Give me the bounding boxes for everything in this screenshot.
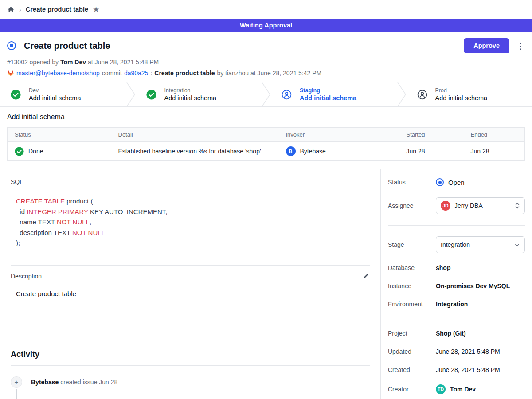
project-label: Project (388, 330, 436, 337)
stage-separator (261, 82, 271, 106)
col-header-detail: Detail (111, 128, 279, 142)
created-value: June 28, 2021 5:48 PM (436, 366, 500, 373)
activity-actor: Bytebase (31, 379, 59, 386)
pipeline-stage-integration[interactable]: Integration Add initial schema (136, 82, 262, 106)
issue-id: #13002 (7, 59, 28, 66)
edit-pencil-icon[interactable] (362, 273, 370, 280)
sql-code-block: CREATE TABLE product ( id INTEGER PRIMAR… (16, 196, 370, 248)
invoker-avatar: B (286, 146, 296, 156)
task-invoker: Bytebase (300, 148, 326, 155)
commit-info: master@bytebase-demo/shop commit da90a25… (7, 70, 525, 77)
task-status: Done (28, 148, 43, 155)
pipeline-stage-dev[interactable]: Dev Add initial schema (0, 82, 126, 106)
col-header-started: Started (399, 128, 464, 142)
description-label: Description (11, 273, 362, 280)
task-heading: Add initial schema (7, 113, 525, 121)
stage-env-name: Integration (164, 87, 217, 94)
description-text: Create product table (16, 290, 370, 297)
assignee-label: Assignee (388, 202, 436, 209)
breadcrumb: › Create product table ★ (0, 0, 532, 19)
issue-sidebar: Status Open Assignee JD Jerry DBA Stage … (380, 169, 532, 399)
issue-meta: #13002 opened by Tom Dev at June 28, 202… (7, 59, 525, 66)
task-done-check-icon (15, 147, 24, 156)
updated-value: June 28, 2021 5:48 PM (436, 348, 500, 355)
stage-separator (126, 82, 136, 106)
status-label: Status (388, 179, 436, 186)
stage-task-name: Add initial schema (435, 94, 488, 102)
approval-banner-text: Waiting Approval (240, 22, 292, 29)
issue-opened-at: at June 28, 2021 5:48 PM (88, 59, 159, 66)
col-header-ended: Ended (464, 128, 525, 142)
updated-label: Updated (388, 348, 436, 355)
stage-done-check-icon (146, 90, 156, 100)
gitlab-icon (7, 70, 14, 77)
task-table: Status Detail Invoker Started Ended Done… (7, 127, 525, 161)
stage-task-name: Add initial schema (29, 94, 81, 102)
project-value: Shop (Git) (436, 330, 466, 337)
breadcrumb-current-page: Create product table (26, 6, 88, 13)
status-value: Open (448, 179, 465, 186)
divider (388, 225, 525, 226)
task-ended: Jun 28 (464, 142, 525, 161)
assignee-avatar: JD (441, 201, 450, 211)
issue-title: Create product table (24, 41, 464, 51)
creator-label: Creator (388, 386, 436, 393)
stage-env-name: Staging (300, 87, 356, 94)
stage-separator (397, 82, 407, 106)
environment-label: Environment (388, 301, 436, 308)
database-value: shop (436, 264, 450, 271)
stage-env-name: Prod (435, 87, 488, 94)
created-label: Created (388, 366, 436, 373)
stage-env-name: Dev (29, 87, 81, 94)
instance-label: Instance (388, 282, 436, 289)
divider (11, 265, 370, 266)
issue-open-status-icon (7, 41, 16, 50)
activity-date: Jun 28 (99, 379, 117, 386)
sql-label: SQL (11, 178, 370, 185)
creator-avatar: TD (436, 384, 446, 394)
pipeline-stage-bar: Dev Add initial schema Integration Add i… (0, 82, 532, 107)
instance-value: On-premises Dev MySQL (436, 282, 510, 289)
more-actions-icon[interactable]: ⋮ (516, 42, 525, 50)
divider (388, 319, 525, 319)
creator-value: Tom Dev (450, 386, 476, 393)
stage-value: Integration (441, 241, 510, 248)
issue-author: Tom Dev (60, 59, 86, 66)
status-open-icon (436, 178, 444, 186)
table-row[interactable]: Done Established baseline version %s for… (8, 142, 525, 161)
activity-item: + Bytebase created issue Jun 28 (11, 376, 370, 388)
commit-branch-link[interactable]: master@bytebase-demo/shop (16, 70, 100, 77)
home-icon[interactable] (7, 6, 15, 13)
assignee-select[interactable]: JD Jerry DBA (436, 197, 525, 214)
activity-heading: Activity (11, 350, 370, 359)
stage-pending-person-icon (282, 90, 292, 100)
task-detail: Established baseline version %s for data… (111, 142, 279, 161)
commit-byline: by tianzhou at June 28, 2021 5:42 PM (217, 70, 321, 77)
stage-task-name: Add initial schema (300, 94, 356, 102)
col-header-status: Status (8, 128, 111, 142)
commit-message: Create product table (154, 70, 215, 77)
col-header-invoker: Invoker (279, 128, 399, 142)
task-section: Add initial schema Status Detail Invoker… (0, 107, 532, 169)
stage-task-name: Add initial schema (164, 94, 217, 102)
database-label: Database (388, 264, 436, 271)
issue-header: Create product table Approve ⋮ #13002 op… (0, 32, 532, 82)
updown-chevron-icon (515, 202, 520, 209)
stage-select[interactable]: Integration (436, 236, 525, 253)
stage-done-check-icon (11, 90, 21, 100)
environment-value: Integration (436, 301, 468, 308)
pipeline-stage-prod[interactable]: Prod Add initial schema (407, 82, 532, 106)
approval-banner: Waiting Approval (0, 19, 532, 32)
bookmark-star-icon[interactable]: ★ (93, 5, 99, 14)
pipeline-stage-staging[interactable]: Staging Add initial schema (271, 82, 397, 106)
activity-action: created issue (60, 379, 97, 386)
chevron-down-icon (514, 242, 520, 248)
plus-icon: + (11, 376, 22, 388)
commit-hash-link[interactable]: da90a25 (124, 70, 149, 77)
stage-label: Stage (388, 241, 436, 248)
assignee-value: Jerry DBA (454, 202, 511, 209)
stage-pending-person-icon (417, 90, 427, 100)
task-started: Jun 28 (399, 142, 464, 161)
issue-detail-panel: SQL CREATE TABLE product ( id INTEGER PR… (0, 169, 380, 399)
approve-button[interactable]: Approve (464, 38, 509, 53)
